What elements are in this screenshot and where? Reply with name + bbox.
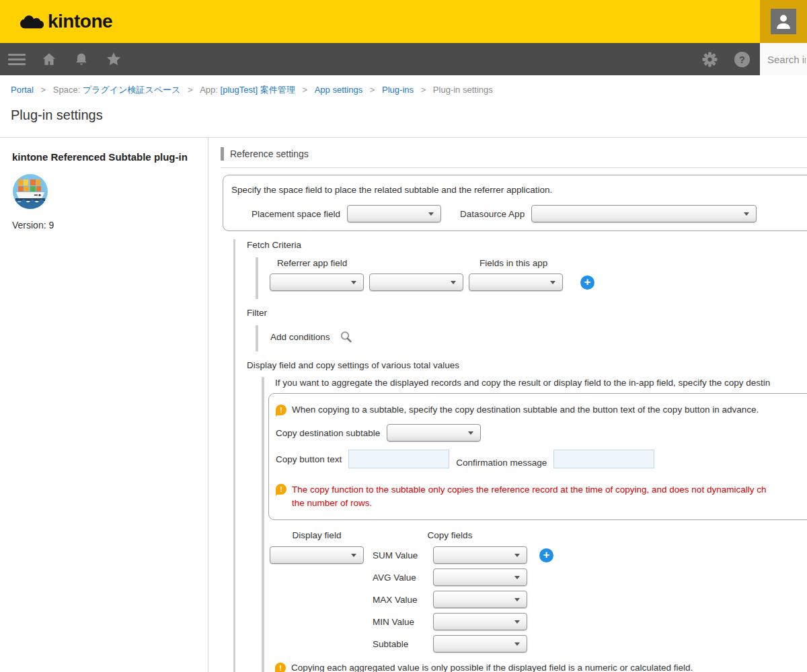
max-value-select[interactable] [433, 591, 527, 608]
copy-button-text-input[interactable] [348, 450, 449, 468]
copy-destination-subtable-select[interactable] [387, 424, 481, 442]
display-copy-table: Display field Copy fields SUM Value AVG … [275, 530, 807, 653]
fields-in-this-app-select[interactable] [469, 274, 563, 291]
confirmation-message-input[interactable] [553, 450, 654, 468]
warning-icon [276, 405, 286, 415]
logo-text: kintone [48, 11, 112, 32]
breadcrumb-plugins-link[interactable]: Plug-ins [382, 85, 414, 95]
reference-settings-group: Fetch Criteria Referrer app field Fields… [233, 239, 807, 672]
breadcrumb-separator: > [188, 85, 193, 95]
page-title: Plug-in settings [0, 96, 807, 137]
avg-value-label: AVG Value [373, 573, 433, 583]
breadcrumb-portal-link[interactable]: Portal [11, 85, 34, 95]
display-copy-block: If you want to aggregate the displayed r… [262, 377, 807, 672]
aggregated-value-note: Copying each aggregated value is only po… [291, 662, 693, 672]
min-value-select[interactable] [433, 613, 527, 630]
plugin-info-sidebar: kintone Referenced Subtable plug-in [0, 138, 208, 672]
section-title: Reference settings [230, 149, 309, 159]
warning-icon [275, 663, 286, 672]
breadcrumb-space-prefix: Space: [53, 85, 83, 95]
copy-button-text-label: Copy button text [276, 454, 342, 464]
copy-settings-box: When copying to a subtable, specify the … [268, 393, 807, 520]
display-field-select[interactable] [270, 546, 364, 564]
fetch-criteria-block: Referrer app field Fields in this app [256, 257, 807, 299]
hamburger-menu-icon[interactable] [8, 50, 26, 68]
datasource-app-label: Datasource App [460, 209, 525, 219]
settings-gear-icon[interactable] [701, 50, 718, 68]
global-search [760, 43, 807, 75]
plugin-version: Version: 9 [12, 220, 196, 230]
max-value-label: MAX Value [373, 595, 433, 605]
user-avatar-icon [771, 9, 796, 34]
fields-in-this-app-label: Fields in this app [479, 257, 547, 269]
table-row: Subtable [275, 635, 807, 653]
top-header-bar: kintone [0, 0, 807, 43]
svg-text:?: ? [739, 54, 745, 65]
plugin-settings-main: Reference settings Specify the space fie… [208, 138, 807, 672]
placement-description: Specify the space field to place the rel… [231, 183, 807, 196]
breadcrumb-current: Plug-in settings [433, 85, 493, 95]
avg-value-select[interactable] [433, 569, 527, 586]
reference-settings-section-head: Reference settings [221, 147, 807, 168]
home-icon[interactable] [40, 50, 58, 68]
section-accent-bar [221, 147, 224, 161]
table-row: MAX Value [275, 591, 807, 608]
add-fetch-criteria-button[interactable] [580, 276, 594, 290]
copy-destination-subtable-label: Copy destination subtable [276, 428, 380, 438]
filter-title: Filter [247, 307, 807, 319]
kintone-logo[interactable]: kintone [20, 11, 112, 32]
add-display-field-button[interactable] [539, 548, 553, 562]
breadcrumb-separator: > [370, 85, 375, 95]
help-icon[interactable]: ? [733, 50, 751, 68]
breadcrumb-app-prefix: App: [200, 85, 220, 95]
placement-fieldset: Specify the space field to place the rel… [223, 175, 807, 231]
add-conditions-search-icon[interactable] [340, 331, 352, 343]
user-menu[interactable] [760, 0, 807, 43]
breadcrumb: Portal > Space: プラグイン検証スペース > App: [plug… [0, 75, 807, 96]
placement-space-field-select[interactable] [347, 205, 441, 222]
global-nav-bar: ? [0, 43, 807, 75]
plugin-ship-icon [12, 173, 48, 210]
breadcrumb-separator: > [302, 85, 307, 95]
plugin-name: kintone Referenced Subtable plug-in [12, 151, 196, 163]
sum-value-label: SUM Value [373, 550, 433, 560]
referrer-app-field-select-2[interactable] [369, 274, 463, 291]
warning-icon [276, 484, 286, 495]
breadcrumb-separator: > [421, 85, 426, 95]
favorites-star-icon[interactable] [105, 50, 122, 68]
search-input[interactable] [766, 53, 807, 66]
subtable-select[interactable] [433, 635, 527, 653]
referrer-app-field-select[interactable] [270, 274, 364, 291]
table-row: AVG Value [275, 569, 807, 586]
referrer-app-field-label: Referrer app field [277, 257, 469, 269]
breadcrumb-app-link[interactable]: [plugTest] 案件管理 [221, 85, 295, 95]
display-copy-title: Display field and copy settings of vario… [247, 360, 807, 372]
display-copy-intro: If you want to aggregate the displayed r… [275, 377, 807, 389]
table-row: MIN Value [275, 613, 807, 630]
copy-fields-header: Copy fields [373, 530, 527, 542]
kintone-cloud-icon [20, 13, 44, 30]
confirmation-message-label: Confirmation message [456, 458, 547, 468]
sum-value-select[interactable] [433, 546, 527, 564]
add-conditions-label: Add conditions [270, 332, 330, 342]
subtable-note: When copying to a subtable, specify the … [292, 404, 759, 416]
fetch-criteria-title: Fetch Criteria [247, 239, 807, 251]
breadcrumb-app-settings-link[interactable]: App settings [315, 85, 363, 95]
filter-block: Add conditions [256, 325, 807, 351]
breadcrumb-separator: > [41, 85, 46, 95]
subtable-label: Subtable [373, 639, 433, 649]
placement-space-field-label: Placement space field [252, 209, 340, 219]
datasource-app-select[interactable] [531, 205, 757, 222]
breadcrumb-space-link[interactable]: プラグイン検証スペース [83, 85, 180, 95]
page-head: Portal > Space: プラグイン検証スペース > App: [plug… [0, 75, 807, 138]
min-value-label: MIN Value [373, 617, 433, 627]
table-row: SUM Value [275, 546, 807, 564]
notifications-bell-icon[interactable] [73, 50, 90, 68]
copy-function-warning: The copy function to the subtable only c… [292, 483, 766, 510]
display-field-header: Display field [270, 530, 364, 542]
